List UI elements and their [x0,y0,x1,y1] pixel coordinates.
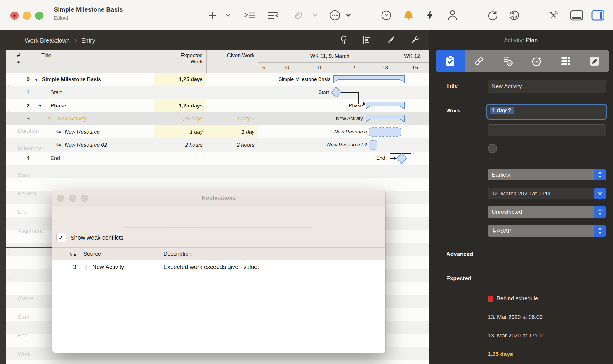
chevron-down-icon[interactable] [594,188,606,199]
minimize-button[interactable] [23,12,31,20]
add-task-button[interactable] [205,0,219,30]
outdent-icon [267,11,279,20]
gantt-label: Simple Milestone Basis [278,73,330,86]
work-input[interactable]: 1 day ? [486,104,607,120]
resource-assign-button[interactable] [445,0,460,30]
stepper-icon[interactable] [594,169,606,180]
table-row[interactable]: 2 ▼ Phase 1,25 days [6,99,429,112]
notifications-button[interactable] [401,0,416,30]
disclosure-triangle-icon[interactable]: ▶ [8,108,11,112]
brush-icon [386,35,395,45]
toggle-bottom-panel-button[interactable] [568,0,585,30]
tab-styles[interactable] [580,50,609,72]
gantt-day-header: 10 [270,63,303,73]
breadcrumb-mode[interactable]: Entry [81,37,95,44]
edited-dot-icon [13,14,16,17]
catch-up-button[interactable] [423,0,437,30]
more-actions-button[interactable] [327,0,342,30]
row-title[interactable]: Simple Milestone Basis [42,73,101,86]
view-options-button[interactable] [361,34,373,46]
attach-button[interactable] [291,0,306,30]
disclosure-triangle-icon[interactable]: ▼ [34,73,38,86]
column-header-source[interactable]: Source [83,248,101,260]
expected-work-cell[interactable]: 1,25 days [154,112,203,125]
tab-effort[interactable]: % [522,50,551,72]
column-header-given-work[interactable]: Given Work [206,53,254,59]
disclosure-triangle-icon[interactable]: ▽ [48,112,52,125]
milestone-checkbox[interactable] [488,144,497,153]
given-work-cell[interactable]: 1 day ? [206,112,254,125]
row-title[interactable]: New Activity [58,112,87,125]
indent-button[interactable] [242,0,258,30]
zoom-button[interactable] [35,12,43,20]
row-title[interactable]: Phase [51,99,66,112]
expected-work-cell[interactable]: 1,25 days [154,99,203,112]
given-work-cell[interactable]: 1 day [206,125,254,138]
window-edge [0,50,6,364]
row-title[interactable]: Start [51,86,62,99]
publish-button[interactable] [507,0,522,30]
row-title[interactable]: End [51,152,60,165]
earliest-field-label: Earliest [18,190,36,197]
notification-row[interactable]: 3 ! New Activity Expected work exceeds g… [52,260,385,274]
tab-task-info[interactable] [436,50,465,72]
disclosure-triangle-icon[interactable]: ▼ [38,99,42,112]
filter-button[interactable] [338,34,350,46]
zoom-button[interactable] [81,195,88,202]
person-icon [447,10,458,21]
disclosure-triangle-icon[interactable]: ▼ [8,276,12,280]
breadcrumb-view[interactable]: Work Breakdown [25,37,70,44]
help-button[interactable]: ? [379,0,394,30]
table-row[interactable]: 1 Start [6,86,429,99]
row-title[interactable]: New Resource [65,125,100,138]
row-title[interactable]: New Resource 02 [65,138,107,152]
stepper-icon[interactable] [594,206,606,218]
expected-work-cell[interactable]: 2 hours [154,138,203,152]
table-row[interactable]: 4 End [6,152,429,165]
table-row-selected[interactable]: 3 ▽ New Activity 1,25 days 1 day ? [6,112,429,125]
start-popup[interactable]: Earliest [488,169,606,180]
inspector-context: Activity: Plan [429,34,613,46]
table-row[interactable]: 0 ▼ Simple Milestone Basis 1,25 days [6,73,429,86]
show-weak-conflicts-checkbox[interactable]: ✓ [56,233,66,242]
window-status: Edited [54,15,68,21]
network-globe-icon [509,10,520,21]
tab-assignments[interactable] [551,50,580,72]
minimize-button[interactable] [69,195,76,202]
divider [588,9,588,21]
disclosure-triangle-icon[interactable]: ▶ [8,84,11,88]
column-header-description[interactable]: Description [163,248,192,260]
tab-dependencies[interactable] [465,50,494,72]
column-header-num[interactable]: # ▲ [6,52,31,64]
earliest-date-input[interactable]: 12. March 2020 at 17:00 [488,188,606,199]
alignment-popup[interactable]: ↳ASAP [488,225,606,237]
title-input[interactable]: New Activity [488,80,606,93]
sort-ascending-icon[interactable]: ▲ [17,59,20,64]
notifications-titlebar[interactable]: Notifications [52,190,385,206]
duration-input[interactable] [488,124,606,136]
close-button[interactable] [10,12,19,20]
sort-ascending-icon: ▲ [73,252,77,257]
inspect-tool-button[interactable] [408,34,421,46]
customize-button[interactable] [546,0,562,30]
tab-costs[interactable]: $ [493,50,522,72]
expected-work-cell[interactable]: 1,25 days [154,73,203,86]
end-popup[interactable]: Unrestricted [488,206,606,218]
sync-button[interactable] [485,0,500,30]
outdent-button[interactable] [265,0,281,30]
notifications-table-header: #▲ Source Description [52,247,385,260]
attach-menu-button[interactable] [309,0,321,30]
given-work-cell[interactable]: 2 hours [206,138,254,152]
column-header-title[interactable]: Title [41,53,51,59]
column-header-num[interactable]: #▲ [52,248,77,260]
column-header-expected-work[interactable]: ExpectedWork [154,53,203,65]
expected-work-cell[interactable]: 1 day [154,125,203,138]
stepper-icon[interactable] [594,225,606,237]
add-task-menu-button[interactable] [222,0,234,30]
toggle-inspector-button[interactable] [589,0,606,30]
style-brush-button[interactable] [384,34,397,46]
close-button[interactable] [57,195,64,202]
disclosure-triangle-icon[interactable]: ▶ [8,252,11,256]
gantt-label: Start [318,86,329,99]
more-actions-menu-button[interactable] [343,0,353,30]
